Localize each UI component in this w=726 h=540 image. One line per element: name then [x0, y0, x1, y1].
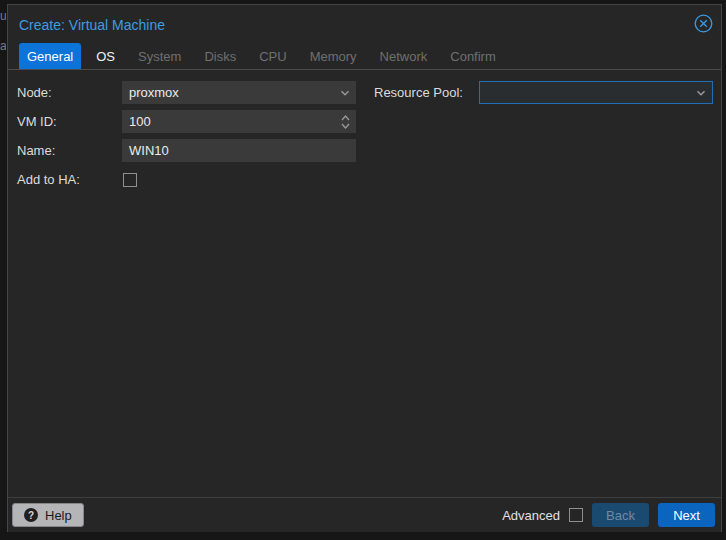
resource-pool-combobox[interactable] — [479, 81, 713, 104]
close-icon[interactable] — [694, 14, 713, 33]
tab-system: System — [130, 43, 189, 69]
tab-disks: Disks — [196, 43, 244, 69]
ha-row: Add to HA: — [17, 168, 356, 191]
ha-checkbox[interactable] — [123, 173, 137, 187]
question-mark-icon: ? — [24, 508, 38, 522]
page-background: u al Create: Virtual Machine General OS … — [0, 0, 726, 540]
vmid-spinner[interactable]: 100 — [122, 110, 356, 133]
name-label: Name: — [17, 143, 122, 158]
tab-os[interactable]: OS — [88, 43, 123, 69]
advanced-checkbox[interactable] — [569, 508, 583, 522]
create-vm-dialog: Create: Virtual Machine General OS Syste… — [7, 4, 722, 532]
form-right-column: Resource Pool: — [374, 81, 713, 110]
vmid-label: VM ID: — [17, 114, 122, 129]
pool-label: Resource Pool: — [374, 85, 479, 100]
next-button[interactable]: Next — [658, 503, 715, 527]
name-input[interactable]: WIN10 — [122, 139, 356, 162]
footer-actions: Advanced Back Next — [502, 503, 715, 527]
form-body: Node: proxmox VM ID: 100 — [8, 70, 721, 497]
node-combobox[interactable]: proxmox — [122, 81, 356, 104]
pool-row: Resource Pool: — [374, 81, 713, 104]
node-row: Node: proxmox — [17, 81, 356, 104]
tab-network: Network — [372, 43, 436, 69]
dialog-title: Create: Virtual Machine — [19, 17, 165, 33]
dialog-footer: ? Help Advanced Back Next — [8, 497, 721, 532]
node-value: proxmox — [129, 85, 179, 100]
name-value: WIN10 — [129, 143, 169, 158]
back-button[interactable]: Back — [592, 503, 649, 527]
background-page-text-fragment: al — [0, 40, 6, 52]
vmid-value: 100 — [129, 114, 151, 129]
tab-memory: Memory — [302, 43, 365, 69]
spinner-up-down-icon[interactable] — [340, 114, 351, 130]
tab-confirm: Confirm — [442, 43, 504, 69]
help-button-label: Help — [45, 508, 72, 523]
chevron-down-icon[interactable] — [339, 87, 351, 99]
form-left-column: Node: proxmox VM ID: 100 — [17, 81, 356, 197]
dialog-title-bar: Create: Virtual Machine — [8, 5, 721, 43]
background-page-text-fragment: u — [0, 10, 6, 22]
vmid-row: VM ID: 100 — [17, 110, 356, 133]
ha-label: Add to HA: — [17, 172, 122, 187]
node-label: Node: — [17, 85, 122, 100]
chevron-down-icon[interactable] — [695, 87, 707, 99]
tab-general[interactable]: General — [19, 43, 81, 69]
name-row: Name: WIN10 — [17, 139, 356, 162]
help-button[interactable]: ? Help — [12, 503, 84, 527]
wizard-tab-bar: General OS System Disks CPU Memory Netwo… — [8, 43, 721, 70]
tab-cpu: CPU — [251, 43, 294, 69]
advanced-label: Advanced — [502, 508, 560, 523]
